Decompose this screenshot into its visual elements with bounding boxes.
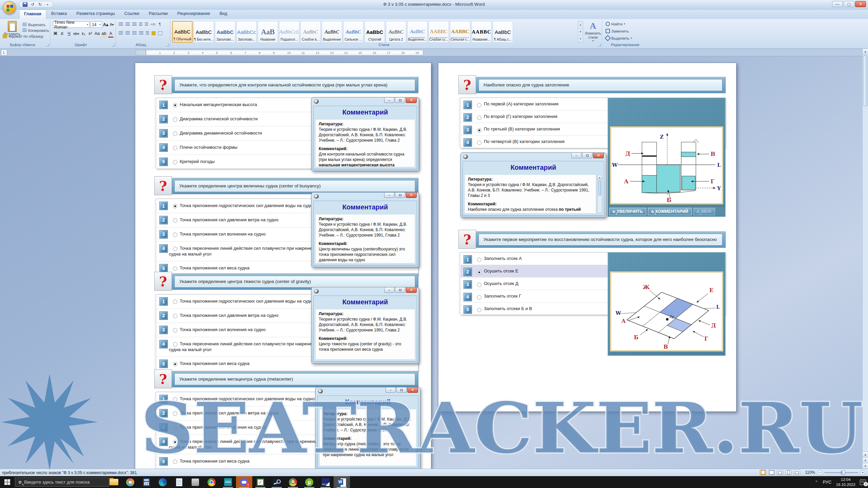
radio-button[interactable] bbox=[477, 258, 481, 262]
radio-button[interactable] bbox=[477, 283, 481, 287]
tab-stop-selector[interactable]: L bbox=[1, 49, 7, 56]
copy-button[interactable]: Копировать bbox=[22, 27, 49, 33]
close-window-button[interactable]: ✕ bbox=[855, 1, 866, 7]
language-indicator[interactable]: РУС bbox=[823, 480, 831, 485]
close-button[interactable]: ✕ bbox=[406, 192, 417, 198]
taskbar-app-chrome[interactable] bbox=[203, 476, 220, 488]
style-chip[interactable]: AaBbCВыделенн... bbox=[407, 21, 428, 43]
taskbar-app-discord[interactable]: 1 bbox=[236, 476, 252, 488]
subscript-button[interactable]: x₂ bbox=[81, 30, 86, 37]
cut-button[interactable]: Вырезать bbox=[22, 22, 49, 27]
taskbar-app-edge[interactable] bbox=[155, 476, 171, 488]
taskbar-app-soundblaster[interactable] bbox=[220, 476, 236, 488]
style-chip[interactable]: AaBbCСтрогий bbox=[364, 21, 385, 43]
style-chip[interactable]: AaBbCcЗаголово... bbox=[236, 21, 257, 43]
hidden-icons-chevron-icon[interactable]: ⌃ bbox=[814, 480, 818, 485]
radio-button[interactable] bbox=[477, 141, 481, 145]
radio-button[interactable] bbox=[477, 128, 481, 133]
style-chip[interactable]: AaBbC¶ Обычный bbox=[172, 21, 193, 43]
style-chip[interactable]: AaBbCСлабое в... bbox=[300, 21, 321, 43]
font-color-button[interactable]: А bbox=[108, 30, 113, 37]
align-right-icon[interactable] bbox=[132, 31, 137, 35]
font-size-combobox[interactable]: 14▾ bbox=[91, 21, 102, 28]
minimize-button[interactable]: – bbox=[386, 387, 396, 393]
maximize-window-button[interactable]: ▢ bbox=[844, 1, 854, 7]
radio-button[interactable] bbox=[477, 308, 481, 312]
style-chip[interactable]: AABBCСлабая сс... bbox=[429, 21, 449, 43]
comment-titlebar[interactable]: –✕ bbox=[316, 387, 420, 395]
multilevel-list-icon[interactable] bbox=[132, 22, 137, 26]
minimize-button[interactable]: – bbox=[571, 153, 581, 158]
dialog-launcher-icon[interactable] bbox=[598, 44, 601, 46]
radio-button[interactable] bbox=[173, 232, 177, 237]
radio-button[interactable] bbox=[173, 342, 177, 347]
grow-font-button[interactable]: A▴ bbox=[103, 21, 108, 27]
minimize-button[interactable]: – bbox=[384, 98, 394, 103]
radio-button[interactable] bbox=[173, 160, 177, 164]
style-chip[interactable]: AaBbCЦитата 2 bbox=[386, 21, 406, 43]
justify-icon[interactable] bbox=[139, 31, 143, 35]
shading-icon[interactable] bbox=[152, 31, 156, 35]
ribbon-tab[interactable]: Разметка страницы bbox=[72, 9, 119, 19]
zoom-slider-thumb[interactable] bbox=[842, 470, 845, 475]
radio-button[interactable] bbox=[173, 328, 177, 332]
comment-titlebar[interactable]: –✕ bbox=[312, 192, 419, 201]
style-chip[interactable]: AaBbCЗаголово... bbox=[215, 21, 235, 43]
taskbar-app-utorrent[interactable]: µ bbox=[301, 476, 317, 488]
radio-button[interactable] bbox=[173, 247, 177, 251]
radio-button[interactable] bbox=[173, 146, 177, 150]
ribbon-tab[interactable]: Ссылки bbox=[120, 9, 144, 19]
scroll-thumb[interactable] bbox=[598, 181, 601, 196]
gallery-down-icon[interactable]: ▼ bbox=[578, 28, 583, 36]
ribbon-tab[interactable]: Вставка bbox=[46, 9, 72, 19]
minimize-button[interactable]: – bbox=[384, 287, 394, 293]
numbering-icon[interactable] bbox=[125, 22, 130, 26]
taskbar-app-paint[interactable] bbox=[122, 476, 138, 488]
maximize-button[interactable] bbox=[396, 387, 407, 393]
radio-button[interactable] bbox=[173, 131, 177, 136]
minimize-button[interactable]: – bbox=[384, 192, 394, 198]
change-styles-button[interactable]: A Изменить стили ▾ bbox=[585, 21, 601, 43]
bold-button[interactable]: Ж bbox=[53, 30, 58, 37]
shrink-font-button[interactable]: A▾ bbox=[109, 21, 114, 27]
style-chip[interactable]: AaBbCcLПодзагол... bbox=[279, 21, 299, 43]
ribbon-tab[interactable]: Главная bbox=[19, 9, 46, 19]
radio-button[interactable] bbox=[477, 116, 481, 120]
radio-button[interactable] bbox=[173, 440, 177, 444]
pilcrow-icon[interactable]: ¶ bbox=[159, 22, 161, 27]
media-button[interactable]: ЗВУК bbox=[693, 208, 715, 215]
taskbar-app-notepad[interactable] bbox=[171, 476, 187, 488]
italic-button[interactable]: К bbox=[60, 30, 65, 37]
widgets-weather-thumbnail[interactable] bbox=[88, 478, 108, 486]
scroll-thumb[interactable] bbox=[863, 55, 867, 106]
styles-gallery-scrollbar[interactable]: ▲ ▼ ▼ bbox=[578, 21, 583, 43]
close-button[interactable]: ✕ bbox=[406, 98, 417, 103]
radio-button[interactable] bbox=[173, 411, 177, 416]
style-chip[interactable]: AaBbC¶ Абзац с... bbox=[493, 21, 513, 43]
decrease-indent-icon[interactable] bbox=[139, 22, 142, 26]
scroll-up-arrow[interactable]: ▲ bbox=[597, 175, 602, 180]
gallery-up-icon[interactable]: ▲ bbox=[578, 21, 583, 28]
zoom-in-button[interactable]: + bbox=[860, 470, 865, 475]
style-chip[interactable]: AaBbCВыделение bbox=[322, 21, 342, 43]
style-chip[interactable]: AaBНазвание bbox=[258, 21, 278, 43]
radio-button[interactable] bbox=[173, 218, 177, 223]
view-web-button[interactable] bbox=[777, 470, 783, 475]
superscript-button[interactable]: x² bbox=[88, 30, 93, 37]
notification-center-icon[interactable]: 2 bbox=[860, 480, 866, 485]
taskbar-app-explorer[interactable] bbox=[106, 476, 122, 488]
maximize-button[interactable] bbox=[395, 287, 405, 293]
comment-titlebar[interactable]: –✕ bbox=[312, 98, 419, 106]
select-browse-object-icon[interactable]: ● bbox=[863, 457, 868, 463]
next-page-icon[interactable]: ▼ bbox=[863, 463, 868, 469]
select-button[interactable]: Выделить▾ bbox=[606, 35, 648, 41]
media-button[interactable]: КОММЕНТАРИЙ bbox=[648, 208, 692, 215]
increase-indent-icon[interactable] bbox=[145, 22, 148, 26]
font-family-combobox[interactable]: Times New Roman▾ bbox=[53, 21, 90, 28]
zoom-level[interactable]: 110% bbox=[805, 470, 815, 475]
taskbar-search[interactable]: Введите здесь текст для поиска bbox=[15, 477, 109, 487]
close-button[interactable]: ✕ bbox=[593, 153, 604, 158]
previous-page-icon[interactable]: ▲ bbox=[863, 451, 868, 457]
close-button[interactable]: ✕ bbox=[406, 287, 417, 293]
underline-button[interactable]: Ч bbox=[66, 30, 72, 37]
